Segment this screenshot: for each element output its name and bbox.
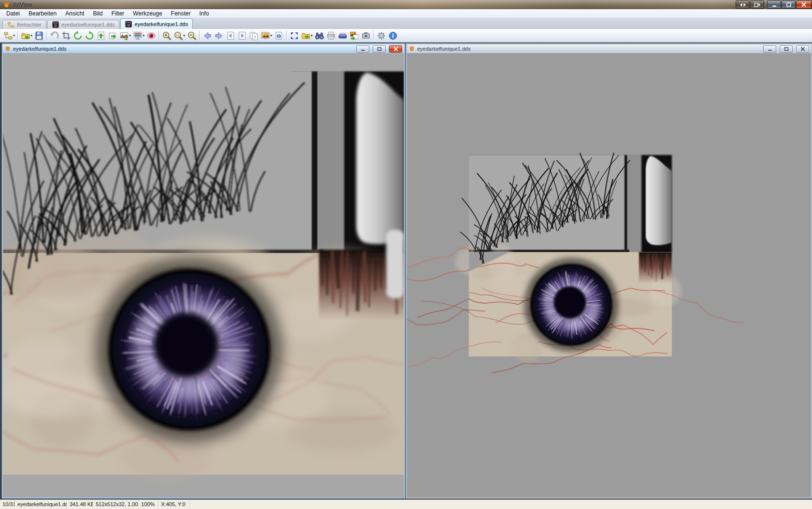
xnview-logo-icon bbox=[409, 45, 415, 52]
status-bar: 10/31eyedarkelfunique1.dds341.48 KB512x5… bbox=[0, 499, 812, 509]
tab-label: eyedarkelfunique1.dds bbox=[134, 21, 188, 27]
chevron-down-icon[interactable]: ▾ bbox=[311, 33, 313, 38]
image-window-left[interactable]: eyedarkelfunique1.dds bbox=[2, 43, 405, 498]
capture-button[interactable] bbox=[360, 30, 372, 42]
chevron-down-icon[interactable]: ▾ bbox=[143, 33, 145, 38]
settings-button[interactable] bbox=[376, 30, 387, 42]
image-window-left-titlebar[interactable]: eyedarkelfunique1.dds bbox=[3, 44, 404, 53]
chevron-down-icon[interactable]: ▾ bbox=[183, 33, 185, 38]
close-icon bbox=[800, 1, 808, 8]
zoom-in-button[interactable] bbox=[161, 30, 173, 42]
forward-button[interactable] bbox=[213, 30, 225, 42]
search-button[interactable] bbox=[314, 30, 325, 42]
print-button[interactable] bbox=[325, 30, 337, 42]
undo-icon bbox=[50, 31, 59, 41]
zoom-in-icon bbox=[162, 31, 172, 41]
chevron-down-icon[interactable]: ▾ bbox=[129, 33, 131, 38]
slideshow-icon bbox=[261, 31, 270, 41]
app-titlebar[interactable]: XnView bbox=[0, 0, 812, 9]
child-minimize-button[interactable] bbox=[356, 45, 369, 53]
tab-label: Betrachter bbox=[17, 22, 42, 28]
browse-tree-button[interactable]: ▾ bbox=[2, 30, 16, 42]
titlebar-send-window-button[interactable] bbox=[750, 0, 764, 9]
menu-werkzeuge[interactable]: Werkzeuge bbox=[129, 10, 166, 17]
next-page-button[interactable] bbox=[236, 30, 248, 42]
chevron-down-icon[interactable]: ▾ bbox=[270, 33, 272, 38]
minimize-button[interactable] bbox=[767, 0, 781, 9]
rotate-right-button[interactable] bbox=[84, 30, 95, 42]
status-zoom-level: 100% bbox=[139, 500, 159, 509]
back-button[interactable] bbox=[202, 30, 213, 42]
red-eye-button[interactable] bbox=[145, 30, 157, 42]
caption-buttons bbox=[735, 0, 812, 9]
open-folder-button[interactable]: ▾ bbox=[20, 30, 33, 42]
chevron-down-icon[interactable]: ▾ bbox=[30, 33, 32, 38]
settings-icon bbox=[377, 31, 386, 41]
menu-bearbeiten[interactable]: Bearbeiten bbox=[24, 10, 61, 17]
forward-page-button[interactable] bbox=[107, 30, 118, 42]
chevron-down-icon[interactable]: ▾ bbox=[13, 33, 15, 38]
fullscreen-button[interactable] bbox=[289, 30, 300, 42]
menu-fenster[interactable]: Fenster bbox=[167, 10, 195, 17]
close-icon bbox=[392, 46, 399, 52]
undo-button[interactable] bbox=[49, 30, 60, 42]
toolbar-separator bbox=[45, 30, 49, 41]
maximize-icon bbox=[783, 46, 790, 52]
xnview-logo-icon bbox=[3, 1, 10, 8]
child-close-button[interactable] bbox=[796, 45, 809, 53]
slideshow-button[interactable]: ▾ bbox=[260, 30, 273, 42]
pages-icon: 2 bbox=[249, 31, 259, 41]
crop-button[interactable] bbox=[60, 30, 72, 42]
status-filename: eyedarkelfunique1.dds bbox=[15, 500, 67, 509]
maximize-icon bbox=[785, 1, 793, 8]
child-maximize-button[interactable] bbox=[373, 45, 386, 53]
export-button[interactable]: ▾ bbox=[118, 30, 132, 42]
tab-image-2[interactable]: eyedarkelfunique1.dds bbox=[120, 18, 193, 29]
zoom-out-button[interactable] bbox=[186, 30, 198, 42]
menu-datei[interactable]: Datei bbox=[2, 10, 24, 17]
image-window-right-titlebar[interactable]: eyedarkelfunique1.dds bbox=[407, 44, 811, 53]
open-with-button[interactable]: ▾ bbox=[300, 30, 314, 42]
move-up-button[interactable] bbox=[95, 30, 107, 42]
save-button[interactable] bbox=[33, 30, 45, 42]
back-icon bbox=[203, 31, 212, 41]
menu-info[interactable]: Info bbox=[195, 10, 213, 17]
pages-button[interactable]: 2 bbox=[248, 30, 260, 42]
display-settings-button[interactable]: ▾ bbox=[132, 30, 145, 42]
menu-filter[interactable]: Filter bbox=[107, 10, 129, 17]
browse-tree-icon bbox=[3, 31, 13, 41]
titlebar-prev-next-button[interactable] bbox=[736, 0, 750, 9]
menu-bild[interactable]: Bild bbox=[88, 10, 107, 17]
left-right-arrows-icon bbox=[739, 2, 747, 8]
scan-button[interactable] bbox=[337, 30, 348, 42]
menu-bar: DateiBearbeitenAnsichtBildFilterWerkzeug… bbox=[0, 9, 812, 18]
svg-text:2: 2 bbox=[254, 35, 256, 38]
child-minimize-button[interactable] bbox=[763, 45, 776, 53]
search-icon bbox=[315, 31, 324, 41]
batch-convert-button[interactable] bbox=[348, 30, 360, 42]
image-window-right[interactable]: eyedarkelfunique1.dds bbox=[406, 43, 812, 498]
maximize-button[interactable] bbox=[782, 0, 796, 9]
move-up-icon bbox=[96, 31, 106, 41]
maximize-icon bbox=[376, 46, 383, 52]
menu-ansicht[interactable]: Ansicht bbox=[61, 10, 88, 17]
rotate-left-button[interactable] bbox=[72, 30, 84, 42]
mdi-workspace: eyedarkelfunique1.dds bbox=[0, 42, 812, 499]
rotate-left-icon bbox=[73, 31, 83, 41]
main-toolbar: ▾▾▾▾1:1▾2▾▾ bbox=[0, 29, 812, 42]
image-canvas-left[interactable] bbox=[3, 53, 404, 497]
image-canvas-right[interactable] bbox=[407, 53, 811, 497]
child-maximize-button[interactable] bbox=[780, 45, 793, 53]
previous-page-button[interactable] bbox=[225, 30, 236, 42]
info-button[interactable] bbox=[387, 30, 399, 42]
tab-browser[interactable]: Betrachter bbox=[2, 20, 46, 29]
page-info-button[interactable] bbox=[273, 30, 285, 42]
tab-image-1[interactable]: eyedarkelfunique1.dds bbox=[47, 20, 120, 29]
save-icon bbox=[34, 31, 44, 41]
zoom-actual-button[interactable]: 1:1▾ bbox=[173, 30, 186, 42]
status-dimensions: 512x512x32, 1.00 bbox=[93, 500, 139, 509]
page-info-icon bbox=[274, 31, 284, 41]
child-close-button[interactable] bbox=[389, 45, 402, 53]
status-file-size: 341.48 KB bbox=[67, 500, 93, 509]
close-button[interactable] bbox=[796, 0, 812, 9]
